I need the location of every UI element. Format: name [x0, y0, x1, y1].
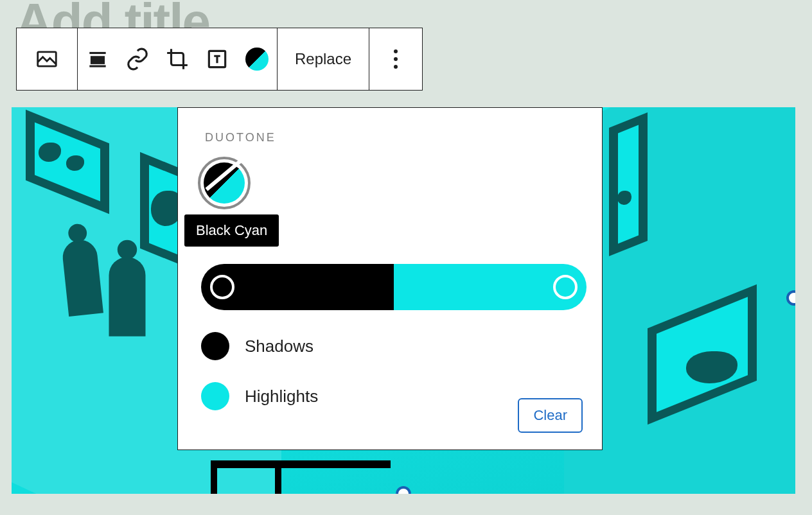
selection-ring-icon [198, 157, 251, 209]
duotone-icon [245, 48, 269, 71]
link-icon [125, 47, 150, 71]
gradient-stop-highlight[interactable] [553, 275, 578, 299]
more-options-button[interactable] [369, 28, 422, 90]
replace-button[interactable]: Replace [278, 28, 369, 90]
resize-handle-bottom[interactable] [396, 486, 411, 494]
duotone-popover: Duotone Black Cyan Shadows Highlights Cl… [177, 107, 603, 450]
illustration-person [109, 257, 146, 336]
image-icon [35, 47, 59, 71]
preset-tooltip: Black Cyan [184, 214, 279, 247]
align-button[interactable] [78, 28, 118, 90]
align-icon [85, 47, 110, 71]
shadows-label: Shadows [245, 336, 313, 356]
block-toolbar: Replace [16, 28, 423, 91]
duotone-gradient-bar[interactable] [201, 264, 587, 310]
text-overlay-button[interactable] [197, 28, 237, 90]
highlights-label: Highlights [245, 387, 318, 406]
duotone-button[interactable] [237, 28, 277, 90]
text-box-icon [205, 47, 229, 71]
duotone-preset-swatch[interactable] [204, 162, 245, 204]
illustration-frame [609, 112, 648, 256]
block-type-button[interactable] [17, 28, 77, 90]
illustration-shape [211, 460, 391, 486]
clear-button[interactable]: Clear [518, 398, 583, 433]
shadow-color-swatch[interactable] [201, 332, 229, 360]
crop-icon [165, 47, 190, 71]
more-vertical-icon [394, 49, 398, 69]
gradient-stop-shadow[interactable] [210, 275, 234, 299]
highlight-color-swatch[interactable] [201, 382, 229, 410]
duotone-panel-title: Duotone [205, 131, 579, 144]
link-button[interactable] [118, 28, 157, 90]
svg-rect-2 [92, 57, 104, 64]
shadows-row[interactable]: Shadows [201, 332, 579, 360]
crop-button[interactable] [157, 28, 197, 90]
